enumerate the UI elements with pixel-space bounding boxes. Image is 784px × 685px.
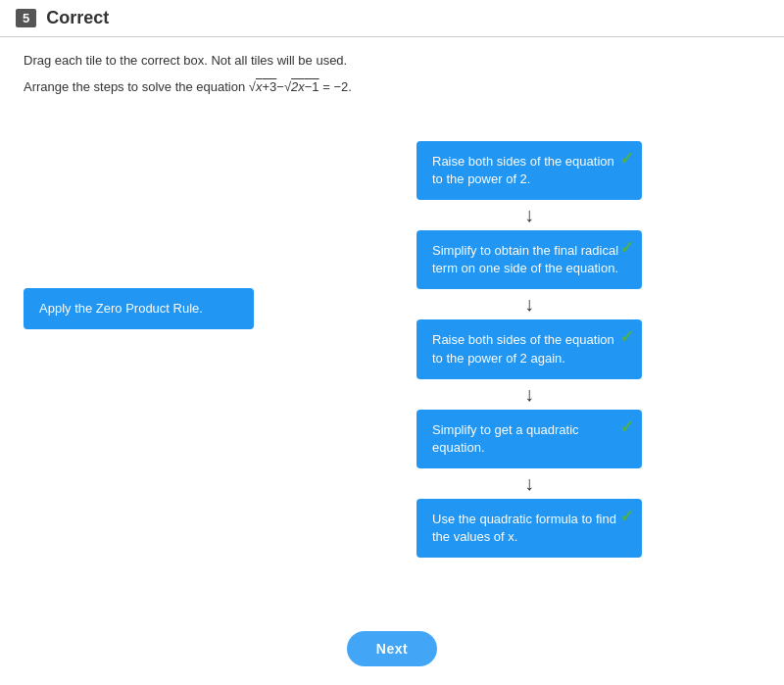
question-number: 5 <box>16 9 36 27</box>
arrow-1: ↓ <box>524 204 534 226</box>
step-3-checkmark: ✓ <box>619 325 634 350</box>
step-4-tile[interactable]: Simplify to get a quadratic equation. ✓ <box>416 410 642 468</box>
instruction-line1: Drag each tile to the correct box. Not a… <box>24 51 760 72</box>
tile-zero-product[interactable]: Apply the Zero Product Rule. <box>24 288 254 329</box>
status-label: Correct <box>46 8 109 28</box>
equation-line: Arrange the steps to solve the equation … <box>24 77 760 98</box>
unused-tiles-area: Apply the Zero Product Rule. <box>24 122 298 592</box>
step-5-text: Use the quadratic formula to find the va… <box>432 512 616 544</box>
step-3-tile[interactable]: Raise both sides of the equation to the … <box>416 319 642 378</box>
arrow-4: ↓ <box>524 472 534 495</box>
step-1-tile[interactable]: Raise both sides of the equation to the … <box>416 141 642 200</box>
step-2-tile[interactable]: Simplify to obtain the final radical ter… <box>416 230 642 289</box>
answer-chain: Raise both sides of the equation to the … <box>298 122 760 592</box>
step-2-checkmark: ✓ <box>619 236 634 261</box>
instruction-prefix: Arrange the steps to solve the equation <box>24 79 249 94</box>
step-1-text: Raise both sides of the equation to the … <box>432 154 614 186</box>
main-area: Apply the Zero Product Rule. Raise both … <box>0 102 784 612</box>
step-3-text: Raise both sides of the equation to the … <box>432 332 614 365</box>
instructions: Drag each tile to the correct box. Not a… <box>0 37 784 102</box>
step-4-text: Simplify to get a quadratic equation. <box>432 422 579 455</box>
step-5-checkmark: ✓ <box>619 505 634 529</box>
step-4-checkmark: ✓ <box>619 416 634 440</box>
arrow-2: ↓ <box>524 293 534 316</box>
header: 5 Correct <box>0 0 784 37</box>
tile-zero-product-text: Apply the Zero Product Rule. <box>39 301 203 316</box>
step-1-checkmark: ✓ <box>619 147 634 171</box>
next-button-container: Next <box>0 612 784 685</box>
step-5-tile[interactable]: Use the quadratic formula to find the va… <box>416 499 642 558</box>
equation: √x+3−√2x−1 = −2. <box>249 79 352 94</box>
arrow-3: ↓ <box>524 383 534 406</box>
next-button[interactable]: Next <box>347 631 437 666</box>
step-2-text: Simplify to obtain the final radical ter… <box>432 243 618 275</box>
